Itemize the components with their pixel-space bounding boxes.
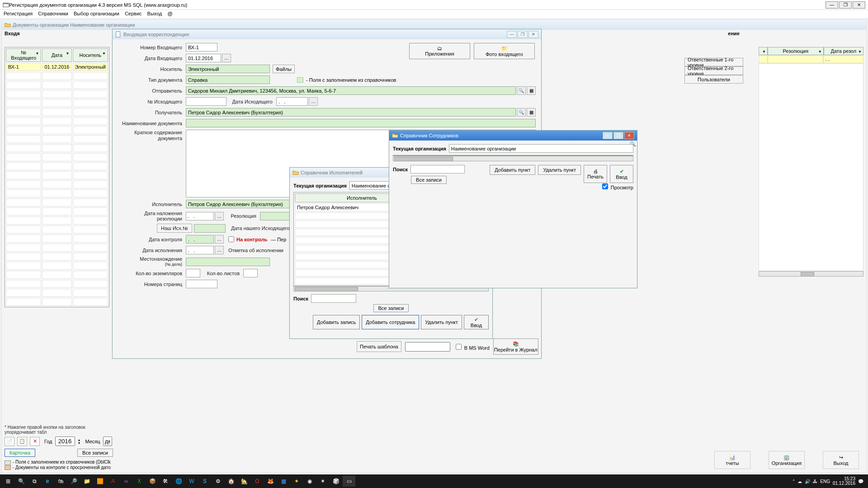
edge-icon[interactable]: e <box>41 476 54 487</box>
table-row[interactable] <box>6 72 108 80</box>
search-icon[interactable]: 🔍 <box>15 476 28 487</box>
incoming-min[interactable]: — <box>507 31 517 38</box>
attachments-button[interactable]: 🗂Приложения <box>409 43 470 59</box>
table-row[interactable] <box>6 126 108 134</box>
col-resolution[interactable]: Резолюция▼ <box>768 47 824 55</box>
email-lookup-icon[interactable]: 🔍 <box>630 141 636 147</box>
magnify-icon[interactable]: 🔎 <box>67 476 80 487</box>
location-input[interactable] <box>186 258 270 266</box>
emp-max[interactable]: ❐ <box>613 132 623 139</box>
outdate-input[interactable] <box>276 97 308 106</box>
organization-button[interactable]: 🏢Организация <box>769 451 805 469</box>
globe-icon[interactable]: 🌐 <box>172 476 185 487</box>
recipient-grid-icon[interactable]: ▦ <box>527 108 536 117</box>
template-name-input[interactable] <box>405 342 450 352</box>
table-row[interactable] <box>6 244 108 252</box>
store-icon[interactable]: 🛍 <box>54 476 67 487</box>
skype-icon[interactable]: S <box>198 476 211 487</box>
word-icon[interactable]: W <box>185 476 198 487</box>
msword-checkbox[interactable] <box>456 344 462 350</box>
recipient-lookup-icon[interactable]: 🔍 <box>517 108 526 117</box>
add-record-button[interactable]: Добавить запись <box>313 315 360 329</box>
files-button[interactable]: Файлы <box>273 65 295 73</box>
maximize-button[interactable]: ❐ <box>839 1 852 9</box>
app-icon-8[interactable]: ✶ <box>316 476 329 487</box>
close-button[interactable]: ✕ <box>853 1 865 9</box>
col-marker[interactable]: ▼ <box>759 47 768 55</box>
delete-item-button[interactable]: Удалить пункт <box>421 315 462 329</box>
ctrl-date-picker-button[interactable]: … <box>215 235 224 244</box>
menu-registration[interactable]: Регистрация <box>4 11 33 17</box>
table-row[interactable] <box>6 253 108 261</box>
table-row[interactable] <box>6 262 108 270</box>
table-row[interactable] <box>6 81 108 89</box>
new-doc-icon[interactable]: 📄 <box>5 437 14 446</box>
chrome-icon[interactable]: ◉ <box>303 476 316 487</box>
table-row[interactable] <box>6 171 108 179</box>
journal-titlebar[interactable]: Документы организации Наименование орган… <box>2 20 866 30</box>
view-checkbox[interactable] <box>602 183 608 189</box>
copy-icon[interactable]: 📋 <box>17 437 27 446</box>
explorer-icon[interactable]: 📁 <box>80 476 93 487</box>
resdate-picker-button[interactable]: … <box>215 212 224 221</box>
tray-notifications-icon[interactable]: 💬 <box>858 479 863 484</box>
responsible-l2-button[interactable]: Ответственные 2-го уровня <box>684 66 743 75</box>
table-row[interactable] <box>6 189 108 197</box>
type-input[interactable] <box>186 75 270 84</box>
go-journal-button[interactable]: 📚Перейти в Журнал <box>493 338 538 355</box>
year-up[interactable]: ▲ <box>78 438 81 441</box>
menu-about[interactable]: @ <box>167 11 172 17</box>
outdate-picker-button[interactable]: … <box>309 97 318 106</box>
table-row[interactable] <box>6 289 108 297</box>
table-row[interactable] <box>6 108 108 116</box>
control-date-input[interactable] <box>186 235 214 244</box>
menu-directories[interactable]: Справочники <box>38 11 68 17</box>
year-down[interactable]: ▼ <box>78 441 81 445</box>
app-icon-5[interactable]: 🏡 <box>238 476 250 487</box>
add-employee-button[interactable]: Добавить сотрудника <box>362 315 419 329</box>
exec-date-picker-button[interactable]: … <box>215 246 224 254</box>
firefox-icon[interactable]: 🦊 <box>264 476 277 487</box>
delete-icon[interactable]: ✕ <box>30 437 40 446</box>
docname-input[interactable] <box>186 119 536 127</box>
table-row[interactable] <box>6 90 108 98</box>
table-row[interactable] <box>6 198 108 206</box>
menu-service[interactable]: Сервис <box>125 11 142 17</box>
app-icon-4[interactable]: 🏠 <box>225 476 237 487</box>
h-scrollbar[interactable] <box>759 271 863 277</box>
users-button[interactable]: Пользователи <box>684 75 743 84</box>
emp-print-button[interactable]: 🖨Печать <box>584 165 607 183</box>
table-row[interactable] <box>6 235 108 243</box>
carrier-input[interactable] <box>186 65 270 73</box>
table-row[interactable] <box>6 271 108 279</box>
table-row[interactable] <box>6 207 108 216</box>
exec-search-input[interactable] <box>311 294 356 303</box>
journal-table[interactable]: № Входящего▼ Дата▼ Носитель▼ ВХ-1 01.12.… <box>5 47 109 307</box>
emp-org-input[interactable] <box>449 144 633 153</box>
sender-input[interactable] <box>186 86 516 95</box>
start-button[interactable]: ⊞ <box>2 476 14 487</box>
col-carrier[interactable]: Носитель▼ <box>73 48 108 62</box>
sender-grid-icon[interactable]: ▦ <box>527 86 536 95</box>
emp-h-scrollbar[interactable] <box>393 156 633 161</box>
incoming-titlebar[interactable]: Входящая корреспонденция — ❐ ✕ <box>113 29 541 39</box>
menu-org-select[interactable]: Выбор организации <box>74 11 119 17</box>
emp-enter-button[interactable]: ✔Ввод <box>610 165 633 183</box>
pages-input[interactable] <box>186 280 217 288</box>
table-row[interactable] <box>6 99 108 107</box>
access-icon[interactable]: A <box>107 476 119 487</box>
table-row[interactable] <box>6 144 108 152</box>
copies-input[interactable] <box>186 269 200 277</box>
col-incoming-num[interactable]: № Входящего▼ <box>6 48 41 62</box>
table-row[interactable]: ВХ-1 01.12.2016 Электронный <box>6 63 108 71</box>
emp-delete-button[interactable]: Удалить пункт <box>538 165 581 175</box>
excel-icon[interactable]: X <box>133 476 146 487</box>
col-res-date[interactable]: Дата резол▼ <box>824 47 863 55</box>
table-row[interactable] <box>6 135 108 143</box>
app-icon-3[interactable]: ⚙ <box>212 476 224 487</box>
table-row[interactable] <box>6 153 108 161</box>
table-row[interactable] <box>6 216 108 225</box>
resdate-input[interactable] <box>186 212 214 221</box>
on-control-checkbox[interactable] <box>228 236 234 242</box>
app-icon-7[interactable]: ✦ <box>290 476 303 487</box>
